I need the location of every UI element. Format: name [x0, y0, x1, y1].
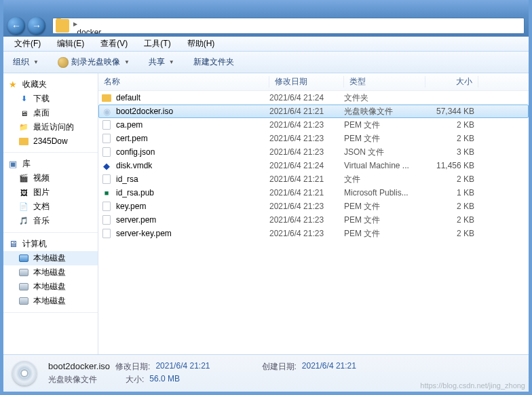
star-icon: ★: [7, 79, 18, 90]
details-create-value: 2021/6/4 21:21: [302, 361, 356, 373]
file-list: 名称 修改日期 类型 大小 default2021/6/4 21:24文件夹bo…: [98, 73, 529, 354]
file-name: server-key.pem: [116, 229, 172, 238]
details-filetype: 光盘映像文件: [48, 374, 97, 385]
file-name: default: [116, 93, 140, 102]
sidebar-item-recent[interactable]: 最近访问的: [3, 120, 98, 134]
col-date[interactable]: 修改日期: [269, 76, 344, 88]
video-icon: [18, 173, 29, 184]
menu-tools[interactable]: 工具(T): [137, 37, 177, 51]
file-name: ca.pem: [116, 120, 142, 130]
details-mod-value: 2021/6/4 21:21: [155, 361, 210, 373]
file-size: 57,344 KB: [425, 107, 478, 116]
sidebar-favorites[interactable]: ★ 收藏夹: [3, 77, 98, 92]
desktop-icon: [18, 108, 29, 119]
music-icon: [18, 216, 29, 227]
file-row[interactable]: boot2docker.iso2021/6/4 21:21光盘映像文件57,34…: [98, 105, 529, 118]
file-date: 2021/6/4 21:23: [269, 229, 344, 238]
computer-icon: 🖥: [7, 239, 18, 250]
file-row[interactable]: id_rsa.pub2021/6/4 21:21Microsoft Publis…: [98, 186, 529, 200]
menu-edit[interactable]: 编辑(E): [50, 37, 91, 51]
file-date: 2021/6/4 21:21: [269, 174, 344, 184]
drive-icon: [19, 255, 28, 262]
sidebar-item-disk-3[interactable]: 本地磁盘: [3, 294, 98, 308]
menubar: 文件(F) 编辑(E) 查看(V) 工具(T) 帮助(H): [3, 37, 529, 52]
nav-forward-button[interactable]: →: [28, 17, 45, 35]
burn-button[interactable]: 刻录光盘映像▼: [54, 54, 134, 70]
menu-view[interactable]: 查看(V): [94, 37, 134, 51]
file-row[interactable]: config.json2021/6/4 21:23JSON 文件3 KB: [98, 145, 529, 159]
share-button[interactable]: 共享▼: [145, 54, 178, 70]
address-bar[interactable]: 计算机▶本地磁盘 (C:)▶Users▶Administrator▶.docke…: [52, 18, 525, 34]
sidebar-item-desktop[interactable]: 桌面: [3, 106, 98, 120]
sidebar: ★ 收藏夹 下载 桌面 最近访问的 2345Dow ▣ 库 视频 图片 文档 音…: [3, 73, 98, 354]
file-type: PEM 文件: [344, 119, 425, 131]
file-type: PEM 文件: [344, 214, 425, 226]
file-type: PEM 文件: [344, 228, 425, 240]
menu-file[interactable]: 文件(F): [7, 37, 48, 51]
nav-back-button[interactable]: ←: [7, 17, 25, 35]
image-icon: [18, 187, 29, 198]
sidebar-item-music[interactable]: 音乐: [3, 214, 98, 228]
file-name: server.pem: [116, 215, 156, 225]
sidebar-item-2345[interactable]: 2345Dow: [3, 134, 98, 148]
file-date: 2021/6/4 21:23: [269, 134, 344, 143]
file-date: 2021/6/4 21:24: [269, 161, 344, 170]
drive-icon: [19, 283, 28, 290]
file-type: Virtual Machine ...: [344, 161, 425, 170]
breadcrumb-segment[interactable]: Administrator: [72, 18, 126, 18]
col-size[interactable]: 大小: [425, 76, 478, 88]
file-size: 2 KB: [425, 202, 478, 211]
details-create-label: 创建日期:: [262, 361, 297, 373]
recent-icon: [18, 122, 29, 133]
file-name: boot2docker.iso: [116, 107, 173, 116]
file-row[interactable]: key.pem2021/6/4 21:23PEM 文件2 KB: [98, 200, 529, 213]
sidebar-item-pictures[interactable]: 图片: [3, 185, 98, 200]
sidebar-computer[interactable]: 🖥 计算机: [3, 237, 98, 251]
sidebar-item-videos[interactable]: 视频: [3, 171, 98, 185]
sidebar-item-disk-c[interactable]: 本地磁盘: [3, 251, 98, 265]
new-folder-button[interactable]: 新建文件夹: [189, 54, 238, 70]
file-size: 11,456 KB: [425, 161, 478, 170]
file-date: 2021/6/4 21:24: [269, 93, 344, 102]
file-size: 2 KB: [425, 215, 478, 225]
chevron-right-icon[interactable]: ▶: [72, 21, 79, 27]
file-date: 2021/6/4 21:23: [269, 147, 344, 157]
file-row[interactable]: disk.vmdk2021/6/4 21:24Virtual Machine .…: [98, 159, 529, 172]
file-date: 2021/6/4 21:21: [269, 188, 344, 198]
file-row[interactable]: cert.pem2021/6/4 21:23PEM 文件2 KB: [98, 132, 529, 145]
file-row[interactable]: server-key.pem2021/6/4 21:23PEM 文件2 KB: [98, 227, 529, 240]
file-type: 文件夹: [344, 92, 425, 104]
details-filename: boot2docker.iso: [48, 361, 110, 373]
file-name: id_rsa.pub: [116, 188, 154, 198]
download-icon: [18, 94, 29, 105]
file-name: id_rsa: [116, 174, 138, 184]
folder-icon: [19, 138, 28, 145]
col-name[interactable]: 名称: [98, 76, 269, 88]
file-size: 2 KB: [425, 229, 478, 238]
sidebar-libraries[interactable]: ▣ 库: [3, 157, 98, 171]
cd-icon: [12, 361, 37, 385]
file-name: key.pem: [116, 202, 146, 211]
sidebar-item-downloads[interactable]: 下载: [3, 92, 98, 106]
library-icon: ▣: [7, 159, 18, 170]
file-row[interactable]: id_rsa2021/6/4 21:21文件2 KB: [98, 172, 529, 186]
breadcrumb-segment[interactable]: .docker: [72, 28, 126, 34]
file-name: config.json: [116, 147, 155, 157]
file-size: 1 KB: [425, 188, 478, 198]
organize-button[interactable]: 组织▼: [9, 54, 43, 70]
menu-help[interactable]: 帮助(H): [180, 37, 222, 51]
drive-icon: [19, 269, 28, 276]
file-size: 2 KB: [425, 134, 478, 143]
sidebar-item-disk-2[interactable]: 本地磁盘: [3, 280, 98, 294]
file-row[interactable]: default2021/6/4 21:24文件夹: [98, 91, 529, 105]
sidebar-item-disk-1[interactable]: 本地磁盘: [3, 265, 98, 280]
file-size: 2 KB: [425, 174, 478, 184]
file-name: disk.vmdk: [116, 161, 152, 170]
file-row[interactable]: server.pem2021/6/4 21:23PEM 文件2 KB: [98, 213, 529, 227]
sidebar-item-documents[interactable]: 文档: [3, 200, 98, 214]
file-date: 2021/6/4 21:23: [269, 215, 344, 225]
col-type[interactable]: 类型: [344, 76, 425, 88]
file-row[interactable]: ca.pem2021/6/4 21:23PEM 文件2 KB: [98, 118, 529, 132]
file-type: PEM 文件: [344, 133, 425, 145]
folder-icon: [56, 19, 69, 33]
